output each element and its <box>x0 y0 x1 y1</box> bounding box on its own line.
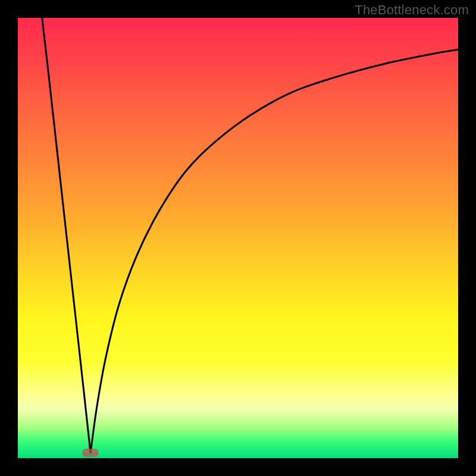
right-branch <box>90 49 458 453</box>
left-branch <box>42 18 90 453</box>
watermark-text: TheBottleneck.com <box>355 2 469 18</box>
bottleneck-marker <box>82 449 99 457</box>
curve-layer <box>18 18 458 458</box>
chart-frame: TheBottleneck.com <box>0 0 476 476</box>
plot-area <box>18 18 458 458</box>
